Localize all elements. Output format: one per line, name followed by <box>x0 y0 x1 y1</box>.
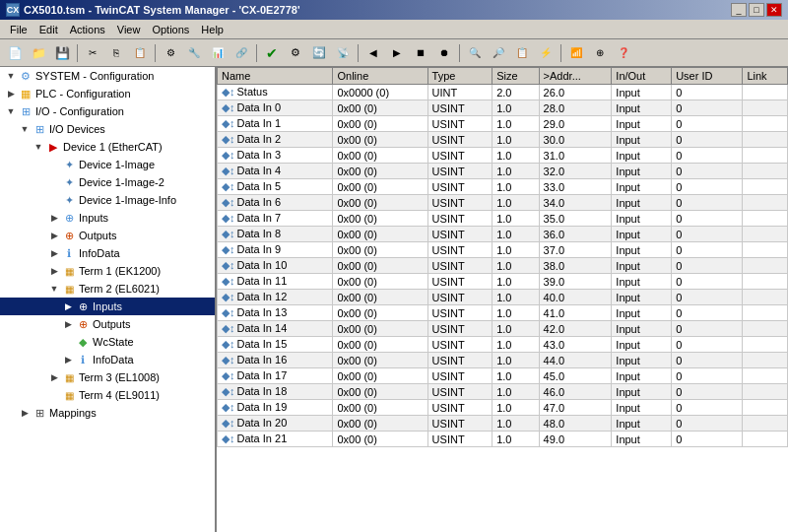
tree-item-t2-wcstate[interactable]: ◆ WcState <box>0 333 215 351</box>
table-row[interactable]: ◆↕Data In 200x00 (0)USINT1.048.0Input0 <box>218 416 788 432</box>
tb16[interactable]: 🔎 <box>488 42 509 64</box>
expander-term3[interactable]: ▶ <box>47 370 61 384</box>
tree-item-io[interactable]: ▼ ⊞ I/O - Configuration <box>0 102 215 120</box>
expander-mappings[interactable]: ▶ <box>18 406 32 420</box>
col-addr[interactable]: >Addr... <box>539 68 612 85</box>
tb19[interactable]: 📶 <box>565 42 587 64</box>
new-button[interactable]: 📄 <box>4 42 26 64</box>
table-row[interactable]: ◆↕Data In 20x00 (0)USINT1.030.0Input0 <box>218 132 788 148</box>
expander-io-devices[interactable]: ▼ <box>18 122 32 136</box>
tb5[interactable]: 📊 <box>207 42 229 64</box>
table-row[interactable]: ◆↕Data In 110x00 (0)USINT1.039.0Input0 <box>218 274 788 290</box>
tb18[interactable]: ⚡ <box>535 42 557 64</box>
menu-file[interactable]: File <box>4 22 33 37</box>
check-button[interactable]: ✔ <box>261 42 283 64</box>
expander-term2[interactable]: ▼ <box>47 282 61 296</box>
col-online[interactable]: Online <box>333 68 427 85</box>
table-row[interactable]: ◆↕Data In 40x00 (0)USINT1.032.0Input0 <box>218 164 788 179</box>
tb10[interactable]: 📡 <box>332 42 354 64</box>
tree-item-device1-image[interactable]: ✦ Device 1-Image <box>0 156 215 173</box>
table-row[interactable]: ◆↕Data In 100x00 (0)USINT1.038.0Input0 <box>218 258 788 274</box>
tree-item-d1-infodata[interactable]: ▶ ℹ InfoData <box>0 244 215 262</box>
expander-d1-inputs[interactable]: ▶ <box>47 211 61 225</box>
tb4[interactable]: 🔧 <box>183 42 205 64</box>
menu-help[interactable]: Help <box>195 22 230 37</box>
tree-item-t2-infodata[interactable]: ▶ ℹ InfoData <box>0 351 215 368</box>
expander-t2-inputs[interactable]: ▶ <box>61 299 75 313</box>
tree-item-device1-imageinfo[interactable]: ✦ Device 1-Image-Info <box>0 191 215 209</box>
table-row[interactable]: ◆↕Data In 150x00 (0)USINT1.043.0Input0 <box>218 337 788 353</box>
tb9[interactable]: 🔄 <box>308 42 330 64</box>
table-row[interactable]: ◆↕Data In 30x00 (0)USINT1.031.0Input0 <box>218 148 788 164</box>
tb11[interactable]: ◀ <box>362 42 384 64</box>
tb17[interactable]: 📋 <box>511 42 533 64</box>
table-row[interactable]: ◆↕Data In 130x00 (0)USINT1.041.0Input0 <box>218 305 788 321</box>
tree-item-t2-inputs[interactable]: ▶ ⊕ Inputs <box>0 298 215 315</box>
menu-actions[interactable]: Actions <box>64 22 111 37</box>
expander-d1-infodata[interactable]: ▶ <box>47 246 61 260</box>
tb12[interactable]: ▶ <box>386 42 408 64</box>
col-inout[interactable]: In/Out <box>612 68 672 85</box>
expander-t2-infodata[interactable]: ▶ <box>61 353 75 366</box>
tb3[interactable]: ⚙ <box>160 42 181 64</box>
table-row[interactable]: ◆↕Data In 90x00 (0)USINT1.037.0Input0 <box>218 242 788 258</box>
table-row[interactable]: ◆↕Data In 160x00 (0)USINT1.044.0Input0 <box>218 353 788 368</box>
close-button[interactable]: ✕ <box>766 3 782 17</box>
expander-term1[interactable]: ▶ <box>47 264 61 278</box>
tree-item-term1[interactable]: ▶ ▦ Term 1 (EK1200) <box>0 262 215 280</box>
minimize-button[interactable]: _ <box>731 3 747 17</box>
table-row[interactable]: ◆↕Data In 140x00 (0)USINT1.042.0Input0 <box>218 321 788 337</box>
menu-view[interactable]: View <box>111 22 147 37</box>
table-row[interactable]: ◆↕Data In 80x00 (0)USINT1.036.0Input0 <box>218 227 788 242</box>
expander-io[interactable]: ▼ <box>4 104 18 118</box>
tree-item-plc[interactable]: ▶ ▦ PLC - Configuration <box>0 85 215 102</box>
tb14[interactable]: ⏺ <box>433 42 455 64</box>
paste-button[interactable]: 📋 <box>129 42 151 64</box>
table-row[interactable]: ◆↕Data In 210x00 (0)USINT1.049.0Input0 <box>218 432 788 447</box>
table-row[interactable]: ◆↕Data In 50x00 (0)USINT1.033.0Input0 <box>218 179 788 195</box>
table-row[interactable]: ◆↕Data In 10x00 (0)USINT1.029.0Input0 <box>218 116 788 132</box>
copy-button[interactable]: ⎘ <box>105 42 127 64</box>
tree-item-term2[interactable]: ▼ ▦ Term 2 (EL6021) <box>0 280 215 298</box>
open-button[interactable]: 📁 <box>28 42 49 64</box>
expander-t2-outputs[interactable]: ▶ <box>61 317 75 331</box>
tree-item-term4[interactable]: ▦ Term 4 (EL9011) <box>0 386 215 404</box>
table-row[interactable]: ◆↕Data In 60x00 (0)USINT1.034.0Input0 <box>218 195 788 211</box>
table-row[interactable]: ◆↕Data In 70x00 (0)USINT1.035.0Input0 <box>218 211 788 227</box>
tree-item-io-devices[interactable]: ▼ ⊞ I/O Devices <box>0 120 215 138</box>
tb20[interactable]: ⊕ <box>589 42 611 64</box>
tb13[interactable]: ⏹ <box>410 42 431 64</box>
col-type[interactable]: Type <box>427 68 492 85</box>
tb6[interactable]: 🔗 <box>230 42 252 64</box>
table-row[interactable]: ◆↕Data In 180x00 (0)USINT1.046.0Input0 <box>218 384 788 400</box>
col-name[interactable]: Name <box>218 68 333 85</box>
col-link[interactable]: Link <box>743 68 788 85</box>
tb21[interactable]: ❓ <box>613 42 634 64</box>
tb15[interactable]: 🔍 <box>464 42 486 64</box>
table-row[interactable]: ◆↕Status0x0000 (0)UINT2.026.0Input0 <box>218 85 788 100</box>
save-button[interactable]: 💾 <box>51 42 73 64</box>
expander-plc[interactable]: ▶ <box>4 87 18 100</box>
tree-item-d1-inputs[interactable]: ▶ ⊕ Inputs <box>0 209 215 227</box>
cut-button[interactable]: ✂ <box>82 42 103 64</box>
grid-panel[interactable]: Name Online Type Size >Addr... In/Out Us… <box>217 67 788 532</box>
tb8[interactable]: ⚙ <box>285 42 306 64</box>
table-row[interactable]: ◆↕Data In 120x00 (0)USINT1.040.0Input0 <box>218 290 788 305</box>
expander-device1[interactable]: ▼ <box>32 140 45 154</box>
tree-item-device1[interactable]: ▼ ▶ Device 1 (EtherCAT) <box>0 138 215 156</box>
menu-edit[interactable]: Edit <box>33 22 64 37</box>
table-row[interactable]: ◆↕Data In 190x00 (0)USINT1.047.0Input0 <box>218 400 788 416</box>
tree-item-term3[interactable]: ▶ ▦ Term 3 (EL1008) <box>0 368 215 386</box>
tree-item-d1-outputs[interactable]: ▶ ⊕ Outputs <box>0 227 215 244</box>
menu-options[interactable]: Options <box>146 22 195 37</box>
table-row[interactable]: ◆↕Data In 170x00 (0)USINT1.045.0Input0 <box>218 368 788 384</box>
col-size[interactable]: Size <box>492 68 539 85</box>
table-row[interactable]: ◆↕Data In 00x00 (0)USINT1.028.0Input0 <box>218 100 788 116</box>
tree-item-system[interactable]: ▼ ⚙ SYSTEM - Configuration <box>0 67 215 85</box>
tree-item-t2-outputs[interactable]: ▶ ⊕ Outputs <box>0 315 215 333</box>
expander-system[interactable]: ▼ <box>4 69 18 83</box>
col-userid[interactable]: User ID <box>672 68 743 85</box>
expander-d1-outputs[interactable]: ▶ <box>47 229 61 242</box>
maximize-button[interactable]: □ <box>749 3 764 17</box>
tree-item-device1-image2[interactable]: ✦ Device 1-Image-2 <box>0 173 215 191</box>
